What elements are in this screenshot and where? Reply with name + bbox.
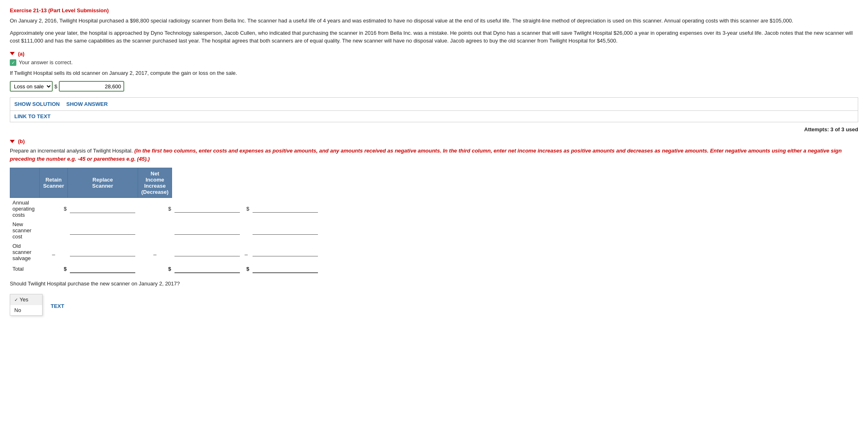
exercise-title: Exercise 21-13 (Part Level Submission) xyxy=(10,7,858,13)
operating-retain-input[interactable] xyxy=(70,205,135,213)
yes-option[interactable]: ✓Yes xyxy=(10,294,42,305)
col-header-label xyxy=(10,168,40,198)
collapse-triangle-a[interactable] xyxy=(10,52,15,55)
table-row: Annual operating costs $ $ $ xyxy=(10,198,321,220)
checkmark-icon: ✓ xyxy=(10,59,16,66)
dollar-net-total: $ xyxy=(242,263,250,275)
col-header-replace: ReplaceScanner xyxy=(67,168,138,198)
gain-loss-input[interactable] xyxy=(59,81,124,92)
paragraph2: Approximately one year later, the hospit… xyxy=(10,29,858,45)
incremental-analysis-table: RetainScanner ReplaceScanner Net IncomeI… xyxy=(10,168,320,275)
salvage-net-input[interactable] xyxy=(253,248,318,256)
dollar-sign-a: $ xyxy=(54,83,57,90)
yes-no-box: ✓Yes No xyxy=(10,294,43,316)
attempts-display: Attempts: 3 of 3 used xyxy=(10,126,858,132)
section-b-header: (b) xyxy=(10,138,858,144)
table-header-row: RetainScanner ReplaceScanner Net IncomeI… xyxy=(10,168,321,198)
table-row: New scanner cost xyxy=(10,220,321,241)
dollar-replace-total: $ xyxy=(138,263,172,275)
dollar-retain-total: $ xyxy=(40,263,67,275)
new-scanner-net-input[interactable] xyxy=(253,227,318,235)
col-header-net-income: Net IncomeIncrease(Decrease) xyxy=(138,168,172,198)
yes-checkmark: ✓ xyxy=(14,297,18,303)
collapse-triangle-b[interactable] xyxy=(10,140,15,143)
dollar-retain-1: $ xyxy=(40,198,67,220)
dollar-net-1: $ xyxy=(242,198,250,220)
buttons-row-a: SHOW SOLUTION SHOW ANSWER xyxy=(10,97,858,111)
table-row: Old scanner salvage _ _ _ xyxy=(10,241,321,263)
correct-text: Your answer is correct. xyxy=(19,59,73,65)
salvage-replace-input[interactable] xyxy=(174,248,240,256)
operating-replace-input[interactable] xyxy=(174,204,240,213)
dollar-replace-1: $ xyxy=(138,198,172,220)
section-b-instruction: (In the first two columns, enter costs a… xyxy=(10,148,842,162)
section-a-question: If Twilight Hospital sells its old scann… xyxy=(10,69,858,77)
total-net-input[interactable] xyxy=(253,265,318,273)
show-solution-button[interactable]: SHOW SOLUTION xyxy=(14,101,60,107)
total-retain-input[interactable] xyxy=(70,265,135,273)
section-a-label: (a) xyxy=(18,51,25,57)
row-label-salvage: Old scanner salvage xyxy=(10,241,40,263)
text-button[interactable]: TEXT xyxy=(51,303,64,309)
correct-badge: ✓ Your answer is correct. xyxy=(10,59,858,66)
operating-net-input[interactable] xyxy=(253,204,318,213)
bottom-section: ✓Yes No TEXT xyxy=(10,291,858,316)
new-scanner-replace-input[interactable] xyxy=(174,227,240,235)
answer-row: Loss on sale Gain on sale $ xyxy=(10,81,858,92)
show-answer-button[interactable]: SHOW ANSWER xyxy=(66,101,107,107)
dash-replace-salvage: _ xyxy=(138,241,172,263)
new-scanner-retain-input[interactable] xyxy=(70,227,135,235)
section-b-question: Prepare an incremental analysis of Twili… xyxy=(10,148,133,154)
col-header-retain: RetainScanner xyxy=(40,168,67,198)
yes-no-dropdown: ✓Yes No xyxy=(10,294,43,316)
section-a-header: (a) xyxy=(10,51,858,57)
dash-retain-salvage: _ xyxy=(40,241,67,263)
paragraph1: On January 2, 2016, Twilight Hospital pu… xyxy=(10,17,858,25)
no-option[interactable]: No xyxy=(10,305,42,315)
row-label-total: Total xyxy=(10,263,40,275)
dash-net-salvage: _ xyxy=(242,241,250,263)
salvage-retain-input[interactable] xyxy=(70,248,135,256)
gain-loss-select[interactable]: Loss on sale Gain on sale xyxy=(10,81,53,92)
section-b-intro: Prepare an incremental analysis of Twili… xyxy=(10,147,858,163)
row-label-operating: Annual operating costs xyxy=(10,198,40,220)
table-row-total: Total $ $ $ xyxy=(10,263,321,275)
section-b-label: (b) xyxy=(18,138,25,144)
total-replace-input[interactable] xyxy=(174,265,240,273)
link-to-text-button[interactable]: LINK TO TEXT xyxy=(14,113,51,119)
row-label-new-scanner: New scanner cost xyxy=(10,220,40,241)
link-to-text-row: LINK TO TEXT xyxy=(10,111,858,122)
incremental-analysis-table-container: RetainScanner ReplaceScanner Net IncomeI… xyxy=(10,168,320,275)
purchase-question: Should Twilight Hospital purchase the ne… xyxy=(10,281,858,287)
